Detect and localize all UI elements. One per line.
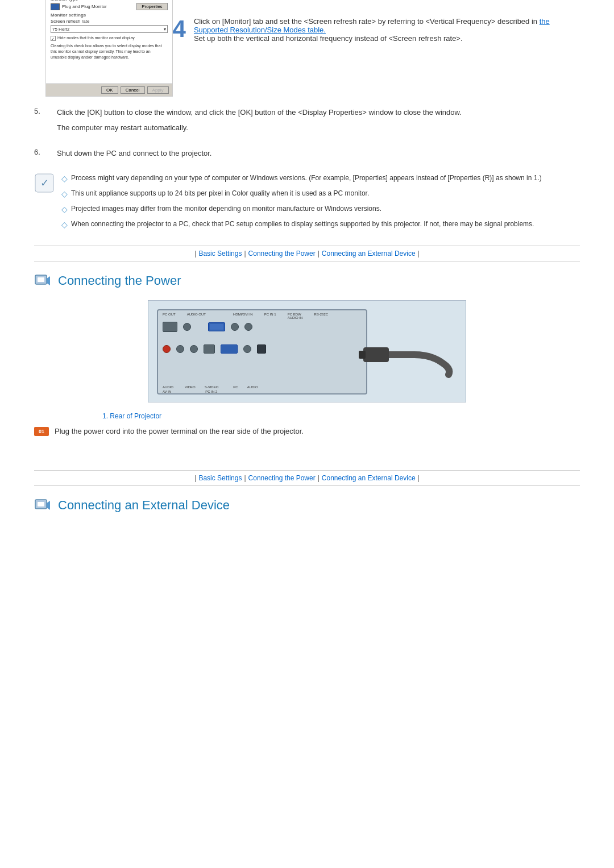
section-power-heading: Connecting the Power (34, 273, 580, 289)
nav2-power-link[interactable]: Connecting the Power (248, 474, 316, 482)
note-item-3: ◇ When connecting the projector to a PC,… (61, 219, 580, 231)
svg-marker-9 (47, 501, 50, 510)
proj-label-row-top: PC OUT AUDIO OUT HDMI/DVI IN PC IN 1 PC … (163, 313, 328, 319)
svg-rect-3 (38, 277, 44, 282)
proj-port-audio4 (243, 345, 251, 353)
step-4-text: Click on [Monitor] tab and set the <Scre… (194, 17, 580, 43)
step-6-para-1: Shut down the PC and connect to the proj… (57, 148, 580, 160)
step-01-text: Plug the power cord into the power termi… (55, 427, 304, 435)
section-external-title: Connecting an External Device (58, 498, 230, 513)
proj-port-svhs (204, 344, 215, 354)
projector-image-container: PC OUT AUDIO OUT HDMI/DVI IN PC IN 1 PC … (34, 300, 580, 402)
monitor-icon (51, 3, 60, 10)
proj-port-row-top (163, 322, 252, 332)
section-power-title: Connecting the Power (58, 273, 181, 288)
step-6-number: 6. (34, 148, 57, 163)
proj-port-audio2 (176, 345, 184, 353)
projector-body: PC OUT AUDIO OUT HDMI/DVI IN PC IN 1 PC … (157, 309, 367, 394)
section-external-heading: Connecting an External Device (34, 497, 580, 513)
step-5-content: Click the [OK] button to close the windo… (57, 107, 580, 138)
proj-port-pcout (163, 322, 177, 332)
rear-label-text: 1. Rear of Projector (102, 412, 161, 420)
hide-modes-text: Hide modes that this monitor cannot disp… (57, 35, 135, 40)
svg-rect-8 (38, 502, 44, 506)
hide-modes-checkbox[interactable]: ✓ (51, 36, 56, 41)
monitor-settings: Monitor settings Screen refresh rate 75 … (51, 13, 168, 60)
cancel-button[interactable]: Cancel (121, 86, 145, 94)
proj-port-dark (257, 344, 266, 354)
step-4-para-1: Click on [Monitor] tab and set the <Scre… (194, 17, 580, 34)
notes-list: ◇ Process might vary depending on your t… (61, 173, 580, 234)
proj-port-rs232 (244, 323, 252, 331)
nav1-power-link[interactable]: Connecting the Power (248, 250, 316, 258)
window-body: Monitor type Plug and Plug Monitor Prope… (46, 0, 172, 84)
step-6-content: Shut down the PC and connect to the proj… (57, 148, 580, 163)
checkbox-desc: Clearing this check box allows you to se… (51, 43, 168, 60)
projector-rear-image: PC OUT AUDIO OUT HDMI/DVI IN PC IN 1 PC … (148, 300, 466, 402)
note-item-1: ◇ This unit appliance supports up to 24 … (61, 188, 580, 200)
proj-label-row-avin: AV IN PC IN 2 (163, 390, 217, 393)
refresh-rate-dropdown[interactable]: 75 Hertz ▾ (51, 25, 168, 33)
proj-port-audio3 (190, 345, 198, 353)
step-01-badge: 01 (34, 427, 49, 436)
nav-bar-2: | Basic Settings | Connecting the Power … (34, 470, 580, 486)
proj-power-cable (358, 329, 454, 382)
section-external-icon (34, 497, 52, 513)
step-4-big-number: 4 (173, 17, 186, 41)
apply-button[interactable]: Apply (147, 86, 169, 94)
proj-port-pcin2 (221, 344, 238, 354)
settings-section-label: Monitor settings (51, 13, 168, 18)
section-power-icon (34, 273, 52, 289)
monitor-type-label: Monitor type (51, 0, 168, 2)
svg-text:✓: ✓ (40, 177, 49, 189)
note-icon: ✓ (34, 173, 55, 193)
step-4-content: 4 Click on [Monitor] tab and set the <Sc… (173, 17, 580, 43)
nav2-external-link[interactable]: Connecting an External Device (322, 474, 416, 482)
notes-block: ✓ ◇ Process might vary depending on your… (34, 173, 580, 234)
step-4-block: Plug and Play Monitor and NVIDIA GeForce… (34, 17, 580, 97)
nav-bar-1: | Basic Settings | Connecting the Power … (34, 246, 580, 261)
svg-rect-6 (359, 351, 366, 359)
step-5-para-2: The computer may restart automatically. (57, 122, 580, 134)
proj-port-audiopc (231, 323, 239, 331)
monitor-item: Plug and Plug Monitor Properties (51, 3, 168, 10)
nav2-basic-link[interactable]: Basic Settings (198, 474, 242, 482)
svg-marker-4 (47, 276, 50, 285)
step-5-para-1: Click the [OK] button to close the windo… (57, 107, 580, 119)
nav1-external-link[interactable]: Connecting an External Device (322, 250, 416, 258)
note-item-2: ◇ Projected images may differ from the m… (61, 203, 580, 215)
rear-projector-label: 1. Rear of Projector (102, 412, 580, 420)
step-5-block: 5. Click the [OK] button to close the wi… (34, 107, 580, 138)
svg-rect-5 (363, 347, 389, 362)
proj-port-row-bottom (163, 344, 266, 354)
monitor-name: Plug and Plug Monitor (62, 4, 107, 9)
refresh-rate-label: Screen refresh rate (51, 19, 168, 24)
step-5-number: 5. (34, 107, 57, 138)
nav1-basic-link[interactable]: Basic Settings (198, 250, 242, 258)
window-footer: OK Cancel Apply (46, 84, 172, 96)
step-6-block: 6. Shut down the PC and connect to the p… (34, 148, 580, 163)
proj-label-row-bottom: AUDIO VIDEO S-VIDEO PC AUDIO (163, 385, 258, 389)
properties-button[interactable]: Properties (136, 3, 167, 10)
step-4-para-2: Set up both the vertical and horizontal … (194, 34, 580, 43)
step-01-block: 01 Plug the power cord into the power te… (34, 427, 580, 436)
windows-dialog-screenshot: Plug and Play Monitor and NVIDIA GeForce… (45, 0, 173, 97)
hide-modes-row: ✓ Hide modes that this monitor cannot di… (51, 35, 168, 41)
ok-button[interactable]: OK (101, 86, 118, 94)
proj-port-audio1 (163, 345, 171, 353)
proj-port-pcin1 (208, 322, 225, 331)
proj-port-audioout (183, 323, 191, 331)
note-item-0: ◇ Process might vary depending on your t… (61, 173, 580, 185)
